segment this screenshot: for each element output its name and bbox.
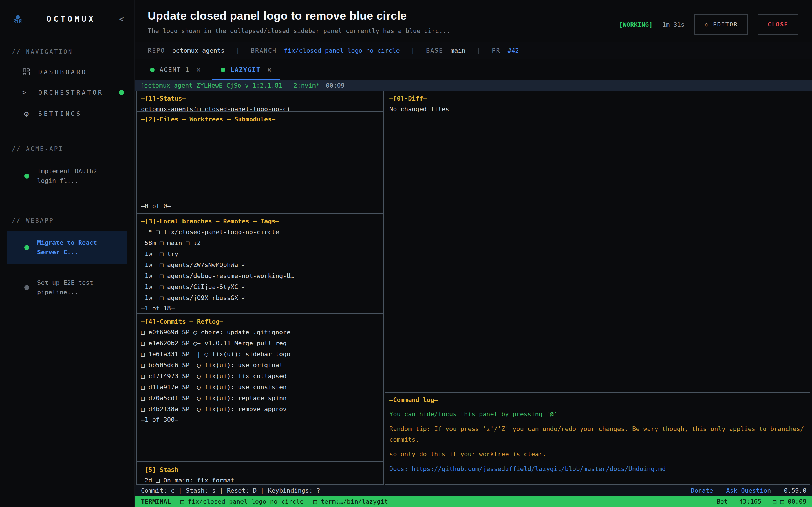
task-status-dot bbox=[24, 173, 29, 179]
docs-link[interactable]: Docs: https://github.com/jesseduffield/l… bbox=[389, 464, 810, 474]
tab-label: AGENT 1 bbox=[160, 66, 190, 73]
divider: | bbox=[477, 47, 480, 54]
working-status-badge: [WORKING] bbox=[619, 21, 653, 28]
task-item-migrate-react[interactable]: Migrate to React Server C... bbox=[7, 231, 128, 264]
statusbar-branch: □ fix/closed-panel-logo-no-circle bbox=[181, 498, 304, 505]
task-label: Implement OAuth2 login fl... bbox=[37, 166, 97, 186]
branch-row[interactable]: 58m □ main □ ↓2 bbox=[141, 237, 384, 248]
panel-pagination: —0 of 0— bbox=[141, 201, 171, 211]
page-subtitle: The logo shown in the collapsed/closed s… bbox=[148, 27, 619, 34]
lazygit-commits-panel[interactable]: —[4]-Commits — Reflog— □ e0f6969d SP ○ c… bbox=[137, 314, 384, 462]
task-status-dot bbox=[24, 285, 29, 290]
commit-row[interactable]: □ d4b2f38a SP ○ fix(ui): remove approv bbox=[141, 404, 384, 414]
branch-label: BRANCH bbox=[251, 47, 276, 54]
lazygit-diff-panel[interactable]: —[0]-Diff— No changed files bbox=[385, 91, 810, 392]
lazygit-files-panel[interactable]: —[2]-Files — Worktrees — Submodules— —0 … bbox=[137, 112, 384, 214]
sidebar-item-label: ORCHESTRATOR bbox=[38, 89, 103, 96]
donate-link[interactable]: Donate bbox=[691, 487, 713, 494]
mode-indicator: TERMINAL bbox=[141, 498, 171, 505]
commit-row[interactable]: □ e1e620b2 SP ○→ v1.0.11 Merge pull req bbox=[141, 338, 384, 349]
task-item-oauth2[interactable]: Implement OAuth2 login fl... bbox=[7, 160, 128, 192]
editor-button[interactable]: ◇ EDITOR bbox=[694, 14, 748, 35]
terminal-view: [octomux-agent-ZYLHewE-CjSo-v-1:2.1.81- … bbox=[135, 80, 812, 507]
pr-link[interactable]: #42 bbox=[508, 47, 519, 54]
commit-row[interactable]: □ e0f6969d SP ○ chore: update .gitignore bbox=[141, 327, 384, 338]
branch-row[interactable]: * □ fix/closed-panel-logo-no-circle bbox=[141, 226, 384, 237]
branch-row[interactable]: 1w □ agents/ZW7sNwMQphWa ✓ bbox=[141, 260, 384, 270]
close-button[interactable]: CLOSE bbox=[758, 14, 799, 35]
statusbar-bot: Bot bbox=[717, 498, 728, 505]
lazygit-command-log-panel[interactable]: —Command log— You can hide/focus this pa… bbox=[385, 392, 810, 485]
sidebar-item-settings[interactable]: ⚙ SETTINGS bbox=[21, 109, 124, 119]
task-label: Migrate to React Server C... bbox=[37, 238, 97, 257]
section-acme-api: // ACME-API bbox=[12, 146, 134, 152]
octopus-icon bbox=[12, 13, 23, 24]
panel-pagination: —1 of 300— bbox=[141, 414, 384, 425]
commit-row[interactable]: □ d1fa917e SP ○ fix(ui): use consisten bbox=[141, 382, 384, 393]
lazygit-branches-panel[interactable]: —[3]-Local branches — Remotes — Tags— * … bbox=[137, 214, 384, 314]
commit-row[interactable]: □ cf7f4973 SP ○ fix(ui): fix collapsed bbox=[141, 371, 384, 382]
panel-header: —[3]-Local branches — Remotes — Tags— bbox=[141, 216, 384, 226]
lazygit-layout: —[1]-Status— octomux-agents(□ closed-pan… bbox=[135, 91, 812, 485]
collapse-sidebar-icon[interactable]: < bbox=[119, 14, 124, 24]
sidebar-item-dashboard[interactable]: DASHBOARD bbox=[21, 68, 124, 76]
close-button-label: CLOSE bbox=[768, 21, 788, 28]
repo-value: octomux-agents bbox=[172, 47, 224, 54]
commit-row[interactable]: □ d70a5cdf SP ○ fix(ui): replace spinn bbox=[141, 393, 384, 404]
status-line: octomux-agents(□ closed-panel-logo-no-ci bbox=[141, 104, 384, 112]
ask-question-link[interactable]: Ask Question bbox=[726, 487, 771, 494]
keybindings-hint: Commit: c | Stash: s | Reset: D | Keybin… bbox=[141, 487, 320, 494]
command-log-tip: Random tip: If you press 'z'/'Z' you can… bbox=[389, 424, 810, 445]
tmux-status-bar: [octomux-agent-ZYLHewE-CjSo-v-1:2.1.81- … bbox=[135, 80, 812, 91]
lazygit-stash-panel[interactable]: —[5]-Stash— 2d □ On main: fix format bbox=[137, 462, 384, 485]
panel-header: —Command log— bbox=[389, 395, 810, 405]
terminal-prompt-icon: >_ bbox=[21, 89, 31, 96]
repo-bar: REPO octomux-agents | BRANCH fix/closed-… bbox=[135, 42, 812, 59]
stash-row[interactable]: 2d □ On main: fix format bbox=[141, 475, 384, 485]
tab-divider bbox=[211, 63, 211, 76]
gear-icon: ⚙ bbox=[21, 109, 31, 119]
command-log-hint: You can hide/focus this panel by pressin… bbox=[389, 409, 810, 420]
tmux-session-text: [octomux-agent-ZYLHewE-CjSo-v-1:2.1.81- … bbox=[140, 82, 320, 89]
sidebar-item-label: SETTINGS bbox=[38, 110, 82, 117]
close-tab-icon[interactable]: × bbox=[267, 66, 272, 74]
commit-row[interactable]: □ bb505dc6 SP ○ fix(ui): use original bbox=[141, 360, 384, 371]
branch-row[interactable]: 1w □ agents/CiIjua-StyXC ✓ bbox=[141, 281, 384, 292]
repo-label: REPO bbox=[148, 47, 165, 54]
task-status-dot bbox=[24, 245, 29, 250]
tab-label: LAZYGIT bbox=[231, 66, 260, 73]
page-title: Update closed panel logo to remove blue … bbox=[148, 10, 619, 22]
main-area: Update closed panel logo to remove blue … bbox=[135, 0, 812, 507]
panel-header: —[0]-Diff— bbox=[389, 94, 810, 104]
tab-lazygit[interactable]: LAZYGIT × bbox=[212, 59, 280, 80]
close-tab-icon[interactable]: × bbox=[197, 66, 201, 74]
app-logo-text: OCTOMUX bbox=[23, 14, 119, 24]
command-log-tip: so only do this if your worktree is clea… bbox=[389, 449, 810, 460]
statusbar-position: 43:165 bbox=[739, 498, 761, 505]
branch-row[interactable]: 1w □ agents/debug-resume-not-working-U… bbox=[141, 270, 384, 281]
divider: | bbox=[411, 47, 415, 54]
statusbar-term-path: □ term:…/bin/lazygit bbox=[313, 498, 388, 505]
branch-row[interactable]: 1w □ try bbox=[141, 248, 384, 260]
editor-diamond-icon: ◇ bbox=[704, 21, 709, 28]
elapsed-time: 1m 31s bbox=[662, 21, 684, 28]
tab-agent-1[interactable]: AGENT 1 × bbox=[142, 59, 209, 80]
lazygit-status-panel[interactable]: —[1]-Status— octomux-agents(□ closed-pan… bbox=[137, 91, 384, 112]
diff-empty-message: No changed files bbox=[389, 104, 810, 115]
branch-row[interactable]: 1w □ agents/jO9X_rbussGX ✓ bbox=[141, 292, 384, 303]
branch-value[interactable]: fix/closed-panel-logo-no-circle bbox=[284, 47, 400, 54]
task-item-e2e-pipeline[interactable]: Set up E2E test pipeline... bbox=[7, 271, 128, 304]
orchestrator-status-dot bbox=[119, 90, 124, 95]
editor-button-label: EDITOR bbox=[713, 21, 738, 28]
lazygit-options-bar: Commit: c | Stash: s | Reset: D | Keybin… bbox=[135, 485, 812, 496]
sidebar-item-orchestrator[interactable]: >_ ORCHESTRATOR bbox=[21, 89, 124, 96]
tab-status-dot bbox=[221, 68, 225, 72]
base-value: main bbox=[451, 47, 465, 54]
dashboard-grid-icon bbox=[21, 68, 31, 76]
task-label: Set up E2E test pipeline... bbox=[37, 278, 93, 297]
divider: | bbox=[236, 47, 239, 54]
panel-pagination: —1 of 18— bbox=[141, 303, 384, 314]
tmux-clock: 00:09 bbox=[326, 82, 345, 89]
panel-header: —[5]-Stash— bbox=[141, 465, 384, 475]
commit-row[interactable]: □ 1e6fa331 SP | ○ fix(ui): sidebar logo bbox=[141, 349, 384, 360]
